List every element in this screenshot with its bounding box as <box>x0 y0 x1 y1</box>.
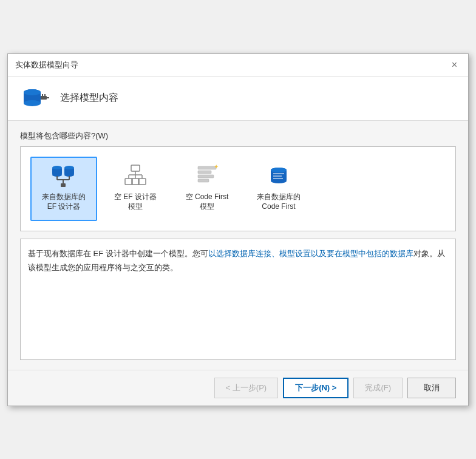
prev-button[interactable]: < 上一步(P) <box>214 378 279 398</box>
empty-code-first-icon: ✦ <box>194 163 220 188</box>
svg-rect-26 <box>132 178 139 185</box>
svg-rect-25 <box>125 178 132 185</box>
option-code-first-from-db-label: 来自数据库的Code First <box>257 192 301 212</box>
svg-rect-5 <box>42 94 43 97</box>
ef-designer-db-icon <box>51 163 76 188</box>
empty-ef-designer-icon <box>123 163 148 188</box>
content-area: 模型将包含哪些内容?(W) <box>8 121 468 370</box>
svg-rect-6 <box>44 94 46 97</box>
description-link[interactable]: 以选择数据库连接、模型设置以及要在模型中包括的数据库 <box>208 249 413 258</box>
option-ef-designer-from-db-label: 来自数据库的EF 设计器 <box>42 192 86 212</box>
svg-rect-27 <box>138 178 146 185</box>
cancel-button[interactable]: 取消 <box>407 378 456 398</box>
description-text-pre: 基于现有数据库在 EF 设计器中创建一个模型。您可 <box>28 249 208 258</box>
finish-button[interactable]: 完成(F) <box>353 378 403 398</box>
code-first-from-db-icon <box>266 163 291 188</box>
option-code-first-from-db[interactable]: 来自数据库的Code First <box>245 157 312 221</box>
svg-point-36 <box>271 168 287 172</box>
section-label: 模型将包含哪些内容?(W) <box>20 131 456 141</box>
header-title: 选择模型内容 <box>60 92 118 104</box>
next-button[interactable]: 下一步(N) > <box>283 378 348 398</box>
option-empty-code-first-label: 空 Code First模型 <box>186 192 229 212</box>
option-empty-ef-designer[interactable]: 空 EF 设计器模型 <box>102 157 169 221</box>
svg-rect-29 <box>198 171 211 174</box>
close-button[interactable]: × <box>448 59 461 71</box>
description-box: 基于现有数据库在 EF 设计器中创建一个模型。您可以选择数据库连接、模型设置以及… <box>20 239 456 360</box>
svg-text:✦: ✦ <box>214 163 219 170</box>
option-ef-designer-from-db[interactable]: 来自数据库的EF 设计器 <box>30 157 97 221</box>
svg-point-2 <box>24 100 41 106</box>
svg-rect-31 <box>198 179 209 182</box>
svg-rect-30 <box>198 175 214 178</box>
title-bar: 实体数据模型向导 × <box>8 54 468 76</box>
header-icon <box>20 86 50 110</box>
dialog-title: 实体数据模型向导 <box>15 59 78 70</box>
footer: < 上一步(P) 下一步(N) > 完成(F) 取消 <box>8 370 468 406</box>
svg-rect-18 <box>61 183 66 187</box>
svg-rect-19 <box>131 165 140 171</box>
option-empty-code-first[interactable]: ✦ 空 Code First模型 <box>174 157 240 221</box>
svg-rect-4 <box>41 96 47 100</box>
svg-point-12 <box>64 166 74 169</box>
svg-point-9 <box>52 166 62 169</box>
main-dialog: 实体数据模型向导 × 选择模型内容 模型将包含哪些内容?(W) <box>7 53 469 406</box>
header-section: 选择模型内容 <box>8 76 468 121</box>
model-options-box: 来自数据库的EF 设计器 <box>20 146 456 231</box>
svg-point-35 <box>271 178 287 183</box>
svg-point-3 <box>24 89 41 95</box>
option-empty-ef-designer-label: 空 EF 设计器模型 <box>114 192 157 212</box>
